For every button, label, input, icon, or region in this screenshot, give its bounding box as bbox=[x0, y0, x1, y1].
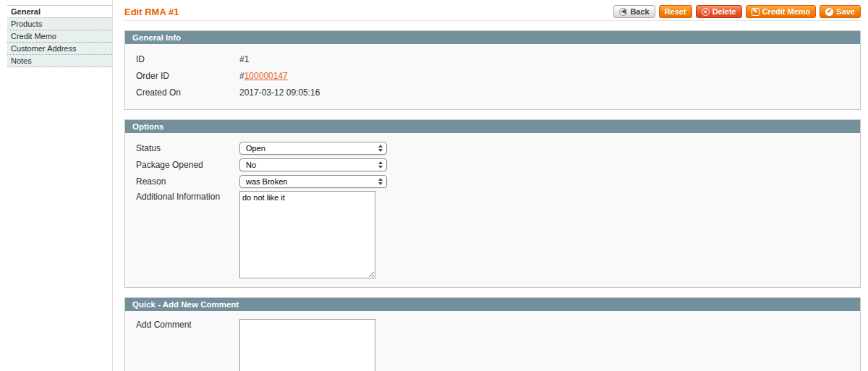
reset-button-label: Reset bbox=[665, 7, 686, 16]
back-arrow-icon: ◀ bbox=[619, 8, 627, 16]
sidebar: General Products Credit Memo Customer Ad… bbox=[0, 0, 113, 371]
id-label: ID bbox=[136, 54, 239, 64]
reason-select-value: was Broken bbox=[246, 177, 287, 186]
options-header: Options bbox=[125, 120, 860, 133]
tab-customer-address[interactable]: Customer Address bbox=[7, 43, 112, 55]
order-link[interactable]: 100000147 bbox=[244, 71, 288, 81]
status-row: Status Open bbox=[136, 140, 849, 156]
options-section: Options Status Open Package Opened No Re… bbox=[124, 119, 861, 288]
general-info-header: General Info bbox=[125, 31, 860, 44]
additional-info-label: Additional Information bbox=[136, 191, 239, 202]
select-stepper-icon bbox=[378, 145, 383, 152]
reason-select[interactable]: was Broken bbox=[239, 175, 387, 188]
tab-products[interactable]: Products bbox=[7, 18, 112, 30]
tab-credit-memo[interactable]: Credit Memo bbox=[7, 30, 112, 43]
tab-general[interactable]: General bbox=[7, 6, 112, 18]
order-id-value: #100000147 bbox=[239, 71, 288, 81]
reset-button[interactable]: Reset bbox=[659, 5, 692, 18]
delete-x-icon: ✕ bbox=[702, 8, 710, 16]
credit-memo-button[interactable]: ✎ Credit Memo bbox=[746, 5, 817, 18]
id-row: ID #1 bbox=[136, 51, 849, 67]
general-info-body: ID #1 Order ID #100000147 Created On 201… bbox=[125, 44, 860, 109]
save-button[interactable]: ✔ Save bbox=[820, 5, 861, 18]
add-comment-label: Add Comment bbox=[136, 319, 239, 330]
status-select[interactable]: Open bbox=[239, 142, 387, 155]
additional-info-textarea[interactable]: do not like it bbox=[239, 191, 375, 278]
id-value: #1 bbox=[239, 54, 249, 64]
page-title: Edit RMA #1 bbox=[124, 7, 179, 17]
status-label: Status bbox=[136, 142, 239, 153]
select-stepper-icon bbox=[378, 161, 383, 169]
add-comment-row: Add Comment bbox=[136, 317, 849, 371]
status-select-value: Open bbox=[246, 144, 265, 153]
created-on-value: 2017-03-12 09:05:16 bbox=[239, 88, 320, 98]
main-content: Edit RMA #1 ◀ Back Reset ✕ Delete ✎ Cred… bbox=[124, 0, 861, 371]
general-info-section: General Info ID #1 Order ID #100000147 C… bbox=[124, 30, 861, 110]
select-stepper-icon bbox=[378, 178, 383, 185]
action-buttons: ◀ Back Reset ✕ Delete ✎ Credit Memo ✔ Sa… bbox=[613, 5, 861, 18]
order-id-prefix: # bbox=[239, 71, 244, 81]
save-check-icon: ✔ bbox=[825, 8, 833, 16]
rma-tabs: General Products Credit Memo Customer Ad… bbox=[7, 5, 112, 67]
credit-memo-button-label: Credit Memo bbox=[762, 7, 811, 16]
created-on-row: Created On 2017-03-12 09:05:16 bbox=[136, 84, 849, 101]
save-button-label: Save bbox=[836, 7, 855, 16]
order-id-label: Order ID bbox=[136, 70, 239, 81]
page-header: Edit RMA #1 ◀ Back Reset ✕ Delete ✎ Cred… bbox=[124, 0, 861, 19]
package-opened-select-value: No bbox=[246, 161, 256, 169]
add-comment-body: Add Comment bbox=[125, 311, 860, 371]
delete-button-label: Delete bbox=[712, 7, 736, 16]
add-comment-header: Quick - Add New Comment bbox=[125, 298, 860, 311]
package-opened-select[interactable]: No bbox=[239, 158, 387, 171]
package-opened-row: Package Opened No bbox=[136, 156, 849, 173]
credit-memo-document-icon: ✎ bbox=[752, 8, 760, 16]
package-opened-label: Package Opened bbox=[136, 159, 239, 170]
options-body: Status Open Package Opened No Reason was… bbox=[125, 133, 860, 287]
back-button-label: Back bbox=[630, 7, 649, 16]
order-id-row: Order ID #100000147 bbox=[136, 67, 849, 84]
back-button[interactable]: ◀ Back bbox=[613, 5, 655, 18]
tab-notes[interactable]: Notes bbox=[7, 55, 112, 67]
header-divider bbox=[124, 20, 861, 21]
reason-label: Reason bbox=[136, 176, 239, 187]
add-comment-section: Quick - Add New Comment Add Comment bbox=[124, 297, 861, 371]
additional-info-row: Additional Information do not like it bbox=[136, 189, 849, 278]
created-on-label: Created On bbox=[136, 87, 239, 98]
add-comment-textarea[interactable] bbox=[239, 319, 375, 371]
reason-row: Reason was Broken bbox=[136, 173, 849, 189]
delete-button[interactable]: ✕ Delete bbox=[696, 5, 742, 18]
